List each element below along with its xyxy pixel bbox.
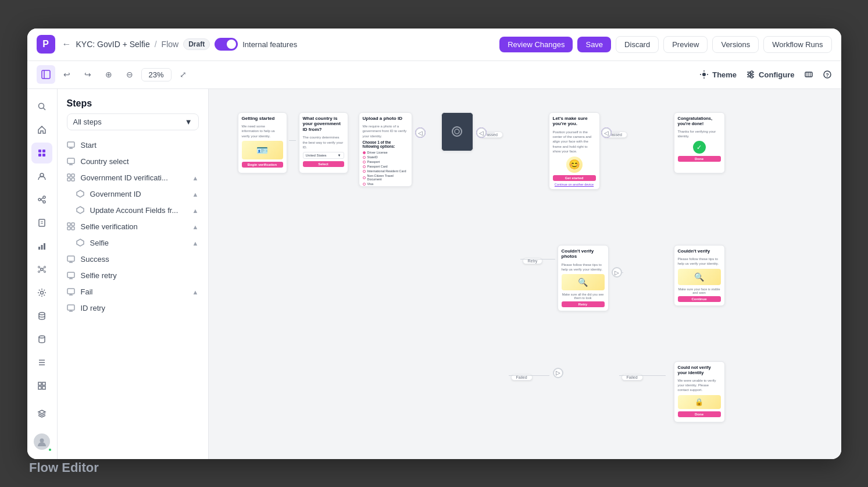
step-item-government-id[interactable]: Government ID ▲ [62,186,203,202]
zoom-out-button[interactable]: ⊖ [120,65,139,84]
help-action[interactable]: ? [823,70,832,79]
back-button[interactable]: ← [62,39,72,49]
preview-button[interactable]: Preview [663,36,708,53]
flow-card-country-select[interactable]: What country is your government ID from?… [299,112,348,173]
step-item-start[interactable]: Start [62,137,203,154]
connector-arrow-5[interactable]: ▷ [553,368,563,378]
step-collapse-selfie-verification[interactable]: ▲ [192,223,199,230]
nav-settings[interactable] [31,282,52,303]
svg-point-11 [748,73,751,76]
flow-card-success[interactable]: Congratulations, you're done! Thanks for… [674,112,725,173]
svg-line-45 [43,270,44,271]
workflow-runs-button[interactable]: Workflow Runs [763,36,831,53]
flow-card-couldnt-verify-1[interactable]: Couldn't verify Please follow these tips… [674,245,725,306]
flow-card-getting-started[interactable]: Getting started We need some information… [238,112,287,173]
step-item-selfie-retry[interactable]: Selfie retry [62,268,203,284]
nav-list[interactable] [31,352,52,373]
svg-rect-63 [67,174,70,177]
sidebar-toggle-button[interactable] [37,65,55,84]
theme-action[interactable]: Theme [699,70,737,79]
save-button[interactable]: Save [577,37,611,52]
zoom-level: 23% [141,68,172,81]
zoom-in-button[interactable]: ⊕ [99,65,118,84]
svg-line-20 [44,108,46,110]
step-item-fail[interactable]: Fail ▲ [62,284,203,300]
nav-grid[interactable] [31,375,52,396]
nav-db1[interactable] [31,305,52,326]
step-label-gov-id-verification: Government ID verificati... [81,173,168,182]
group-icon-selfie [67,222,76,232]
step-label-country-select: Country select [81,157,129,166]
nav-home[interactable] [31,119,52,140]
step-item-update-account-fields[interactable]: Update Account Fields fr... ▲ [62,202,203,219]
discard-button[interactable]: Discard [616,36,659,53]
step-collapse-fail[interactable]: ▲ [192,289,199,296]
svg-rect-24 [42,154,45,157]
nav-flows[interactable] [31,143,52,163]
nav-user-avatar[interactable] [31,431,52,452]
nav-docs[interactable] [31,212,52,233]
svg-point-27 [43,196,45,198]
flow-card-face-verify[interactable]: Let's make sure you're you. Position you… [549,112,600,190]
step-label-selfie: Selfie [90,239,109,247]
flow-card-couldnt-verify-photos[interactable]: Couldn't verify photos Please follow the… [558,245,609,312]
nav-graph[interactable] [31,259,52,280]
flow-card-couldnt-verify-identity[interactable]: Could not verify your identity We were u… [674,361,725,422]
nav-search[interactable] [31,96,52,117]
svg-rect-34 [38,247,40,250]
connector-arrow-4[interactable]: ▷ [612,267,622,278]
svg-line-44 [40,270,41,271]
theme-label: Theme [712,70,737,79]
nav-analytics[interactable] [31,236,52,257]
nav-routing[interactable] [31,189,52,210]
svg-rect-53 [42,382,45,385]
configure-action[interactable]: Configure [746,70,794,79]
svg-rect-80 [67,305,74,310]
redo-button[interactable]: ↪ [78,65,97,84]
versions-button[interactable]: Versions [712,36,759,53]
flow-card-selfie-cam[interactable] [441,112,473,151]
shortcuts-action[interactable] [804,70,813,79]
step-item-selfie[interactable]: Selfie ▲ [62,235,203,251]
nav-users[interactable] [31,166,52,187]
svg-rect-70 [72,227,74,230]
steps-filter-label: All steps [73,118,102,126]
draft-badge: Draft [183,38,210,50]
step-collapse-gov[interactable]: ▲ [192,191,199,198]
step-item-id-retry[interactable]: ID retry [62,300,203,317]
screen-icon [67,141,76,150]
nav-layers[interactable] [31,403,52,424]
connector-arrow-3[interactable]: ◁ [601,127,612,138]
svg-rect-74 [67,272,74,278]
flow-diagram: Getting started We need some information… [220,101,841,459]
flow-card-upload-id[interactable]: Upload a photo ID We require a photo of … [359,112,412,187]
svg-rect-64 [72,174,74,177]
review-changes-button[interactable]: Review Changes [499,37,573,52]
step-item-selfie-verification[interactable]: Selfie verification ▲ [62,219,203,235]
step-collapse-selfie[interactable]: ▲ [192,240,199,247]
svg-point-5 [700,74,701,75]
svg-point-26 [38,198,41,201]
step-item-success[interactable]: Success [62,251,203,268]
connector-arrow-2[interactable]: ◁ [476,127,487,138]
svg-rect-54 [38,386,41,389]
svg-line-43 [43,268,44,269]
svg-point-12 [751,76,753,78]
undo-button[interactable]: ↩ [58,65,76,84]
steps-filter-dropdown[interactable]: All steps ▼ [67,113,199,130]
svg-line-42 [40,268,41,269]
step-collapse-gov-id[interactable]: ▲ [192,175,199,182]
toolbar-right: Theme Configure [699,70,831,79]
step-item-gov-id-verification[interactable]: Government ID verificati... ▲ [62,170,203,186]
connector-arrow-1[interactable]: ◁ [415,127,426,138]
fit-view-button[interactable]: ⤢ [174,65,192,84]
step-collapse-update[interactable]: ▲ [192,207,199,214]
steps-title: Steps [58,89,208,113]
nav-db2[interactable] [31,329,52,350]
internal-features-toggle[interactable] [215,38,238,51]
step-item-country-select[interactable]: Country select [62,154,203,170]
svg-rect-68 [72,223,74,226]
svg-point-3 [703,70,705,72]
svg-point-40 [38,271,40,272]
flow-canvas[interactable]: Getting started We need some information… [209,89,841,459]
